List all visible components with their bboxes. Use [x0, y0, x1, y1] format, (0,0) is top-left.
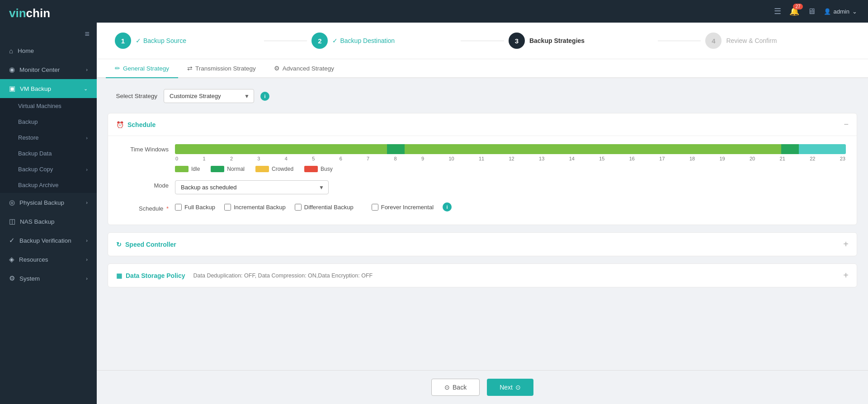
sidebar-toggle[interactable]: ≡ — [0, 27, 97, 42]
time-segment — [240, 144, 269, 154]
monitor-icon[interactable]: 🖥 — [807, 7, 816, 16]
time-segment — [816, 144, 831, 154]
step-1-circle: 1 — [115, 33, 131, 49]
sidebar-item-backup-copy[interactable]: Backup Copy › — [0, 161, 97, 177]
time-segment — [699, 144, 728, 154]
gear-icon: ⚙ — [274, 65, 280, 72]
virtual-machines-label: Virtual Machines — [18, 103, 61, 109]
time-segment — [581, 144, 610, 154]
main-area: ☰ 🔔 27 🖥 👤 admin ⌄ 1 ✓ Backup Source — [97, 0, 868, 404]
legend-crowded: Crowded — [255, 166, 293, 172]
mode-select-wrapper: Backup as scheduled Skip backup Force ba… — [175, 180, 329, 194]
time-bar — [175, 144, 846, 154]
sidebar-item-system[interactable]: ⚙ System › — [0, 269, 97, 288]
crowded-color-box — [255, 166, 269, 172]
sidebar-sub-vm-backup: Virtual Machines Backup Restore › Backup… — [0, 98, 97, 193]
time-segment — [210, 144, 240, 154]
step-4: 4 Review & Confirm — [705, 33, 850, 49]
speed-controller-title: ↻ Speed Controller — [116, 241, 176, 248]
sidebar-item-virtual-machines[interactable]: Virtual Machines — [0, 98, 97, 114]
step-3: 3 Backup Strategies — [509, 33, 653, 49]
schedule-collapse-icon[interactable]: − — [844, 120, 849, 129]
step-divider-3 — [658, 41, 701, 41]
full-backup-checkbox[interactable]: Full Backup — [175, 202, 215, 211]
legend-busy: Busy — [304, 166, 333, 172]
time-segment — [358, 144, 387, 154]
tab-transmission-strategy[interactable]: ⇄ Transmission Strategy — [178, 59, 265, 78]
back-button[interactable]: ⊙ Back — [431, 379, 480, 396]
resources-icon: ◈ — [9, 255, 14, 263]
forever-incremental-checkbox[interactable]: Forever Incremental — [372, 202, 434, 211]
sidebar-item-backup[interactable]: Backup — [0, 114, 97, 130]
data-storage-expand-icon[interactable]: + — [843, 270, 849, 281]
step-2-check-icon: ✓ — [332, 37, 338, 44]
normal-color-box — [211, 166, 224, 172]
data-storage-section: ▦ Data Storage Policy Data Deduplication… — [108, 263, 857, 287]
step-2: 2 ✓ Backup Destination — [311, 33, 456, 49]
transmission-icon: ⇄ — [187, 65, 193, 72]
messages-icon[interactable]: ☰ — [774, 6, 781, 16]
sidebar-item-physical-backup[interactable]: ◎ Physical Backup › — [0, 193, 97, 212]
mode-select[interactable]: Backup as scheduled Skip backup Force ba… — [175, 180, 329, 194]
backup-label: Backup — [18, 118, 38, 125]
chevron-icon: › — [86, 135, 88, 141]
strategy-info-icon[interactable]: i — [260, 92, 269, 101]
full-backup-input[interactable] — [175, 204, 182, 211]
sidebar-item-backup-data[interactable]: Backup Data — [0, 146, 97, 161]
incremental-backup-input[interactable] — [224, 204, 231, 211]
notifications-icon[interactable]: 🔔 27 — [789, 6, 799, 16]
data-storage-header[interactable]: ▦ Data Storage Policy Data Deduplication… — [108, 264, 857, 287]
sidebar-item-home[interactable]: ⌂ Home — [0, 42, 97, 60]
sidebar-item-label: VM Backup — [20, 85, 51, 92]
step-2-circle: 2 — [311, 33, 328, 49]
schedule-checkbox-label: Schedule * — [119, 202, 169, 212]
wizard-steps: 1 ✓ Backup Source 2 ✓ Backup Destination — [97, 23, 868, 59]
sidebar-item-vm-backup[interactable]: ▣ VM Backup ⌄ — [0, 79, 97, 98]
legend-normal: Normal — [211, 166, 245, 172]
time-segment — [522, 144, 552, 154]
busy-label: Busy — [321, 166, 333, 172]
time-segment — [610, 144, 640, 154]
incremental-backup-checkbox[interactable]: Incremental Backup — [224, 202, 286, 211]
back-circle-icon: ⊙ — [444, 384, 450, 391]
chevron-icon: › — [86, 276, 88, 281]
legend: Idle Normal Crowded — [175, 166, 846, 172]
time-windows-label: Time Windows — [119, 144, 169, 153]
chevron-icon: › — [86, 200, 88, 205]
chevron-icon: › — [86, 238, 88, 243]
sidebar-item-label: Backup Verification — [19, 237, 71, 244]
next-button[interactable]: Next ⊙ — [487, 379, 533, 396]
user-menu[interactable]: 👤 admin ⌄ — [824, 8, 857, 15]
next-circle-icon: ⊙ — [515, 384, 521, 391]
differential-backup-checkbox[interactable]: Differential Backup — [295, 202, 354, 211]
sidebar-item-nas-backup[interactable]: ◫ NAS Backup — [0, 212, 97, 231]
step-4-circle: 4 — [705, 33, 722, 49]
sidebar-item-monitor[interactable]: ◉ Monitor Center › — [0, 60, 97, 79]
data-storage-title: ▦ Data Storage Policy — [116, 272, 185, 279]
time-segment — [387, 144, 405, 154]
vm-backup-icon: ▣ — [9, 85, 15, 93]
forever-incremental-info-icon[interactable]: i — [443, 202, 452, 211]
schedule-header: ⏰ Schedule − — [108, 113, 857, 136]
forever-incremental-input[interactable] — [372, 204, 378, 211]
speed-controller-expand-icon[interactable]: + — [843, 239, 849, 249]
time-segment — [640, 144, 669, 154]
topbar: ☰ 🔔 27 🖥 👤 admin ⌄ — [97, 0, 868, 23]
time-segment — [831, 144, 846, 154]
time-labels: 01234567891011121314151617181920212223 — [175, 156, 846, 161]
differential-backup-input[interactable] — [295, 204, 302, 211]
data-storage-meta: Data Deduplication: OFF, Data Compressio… — [193, 272, 373, 279]
differential-backup-label: Differential Backup — [304, 204, 354, 211]
sidebar-item-backup-verification[interactable]: ✓ Backup Verification › — [0, 231, 97, 250]
sidebar-item-restore[interactable]: Restore › — [0, 130, 97, 146]
full-backup-label: Full Backup — [184, 204, 215, 211]
speed-controller-header[interactable]: ↻ Speed Controller + — [108, 233, 857, 256]
tab-general-strategy[interactable]: ✏ General Strategy — [106, 59, 178, 78]
time-segment — [728, 144, 758, 154]
strategy-select[interactable]: Customize Strategy Default Strategy — [164, 89, 254, 103]
sidebar-item-resources[interactable]: ◈ Resources › — [0, 250, 97, 269]
tab-advanced-strategy[interactable]: ⚙ Advanced Strategy — [265, 59, 343, 78]
footer: ⊙ Back Next ⊙ — [97, 370, 868, 404]
sidebar-item-backup-archive[interactable]: Backup Archive — [0, 177, 97, 193]
step-3-circle: 3 — [509, 33, 525, 49]
